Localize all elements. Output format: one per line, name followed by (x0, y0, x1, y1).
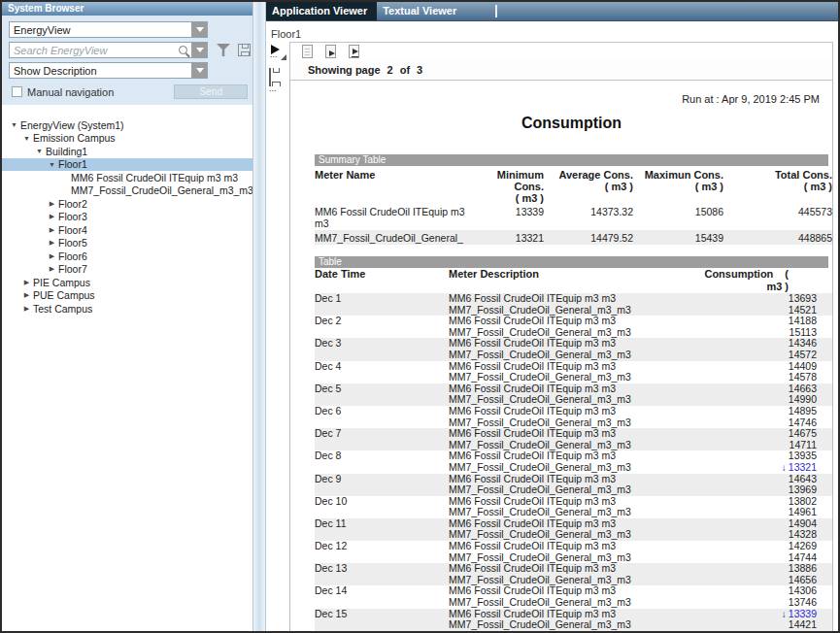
search-row (9, 42, 252, 58)
first-page-icon[interactable] (302, 45, 313, 58)
tree-item[interactable]: ▶ Floor3 (2, 211, 252, 224)
tree-expand-icon[interactable]: ▶ (46, 265, 58, 273)
viewer-panel: Application Viewer Textual Viewer Floor1… (266, 2, 838, 631)
tree-item-label: Floor3 (58, 211, 87, 222)
consumption-value: 14675 (789, 427, 817, 439)
table-row: MM7_Fossil_CrudeOil_General_m3_m3 ↓14578 (315, 372, 832, 383)
cell-date: Dec 8 (315, 450, 449, 462)
save-search-icon[interactable] (238, 44, 251, 56)
cell-meter-description: MM6 Fossil CrudeOil ITEquip m3 m3 (449, 406, 691, 417)
tab-separator (495, 5, 497, 17)
tree-item[interactable]: ▶ PIE Campus (2, 276, 252, 289)
filter-icon[interactable] (217, 44, 230, 56)
paging-label: Showing page (308, 64, 381, 76)
viewer-tab[interactable]: Application Viewer (266, 2, 377, 20)
tree-expand-icon[interactable]: ▼ (20, 135, 33, 142)
tree-item-label: Floor2 (58, 198, 87, 210)
tree-item-label: EnergyView (System1) (20, 119, 124, 131)
tree-expand-icon[interactable]: ▶ (46, 239, 58, 247)
paging-status: Showing page 2 of 3 (289, 60, 833, 81)
tree-item[interactable]: ▼ Building1 (2, 145, 252, 158)
tree-expand-icon[interactable]: ▼ (46, 161, 58, 168)
tree-item[interactable]: ▶ Floor2 (2, 197, 252, 211)
tree-expand-icon[interactable]: ▶ (20, 305, 33, 313)
tree-item[interactable]: ▶ Floor7 (2, 263, 252, 277)
search-icon[interactable] (179, 46, 187, 54)
consumption-value: 14744 (789, 551, 817, 563)
tree-expand-icon[interactable]: ▼ (33, 148, 46, 154)
tree-item[interactable]: ▶ Floor4 (2, 223, 252, 237)
cell-date: Dec 12 (315, 541, 449, 552)
chevron-down-icon[interactable] (191, 22, 207, 37)
consumption-value: 14409 (789, 360, 817, 372)
tree-expand-icon[interactable]: ▶ (20, 279, 33, 286)
cell-date: Dec 13 (315, 563, 449, 575)
tree-expand-icon[interactable]: ▶ (46, 226, 58, 234)
cell-date (315, 462, 449, 474)
tree-expand-icon[interactable]: ▼ (8, 121, 20, 128)
consumption-value: 14663 (789, 383, 817, 394)
cell-date: Dec 3 (315, 338, 449, 350)
send-button[interactable]: Send (174, 84, 248, 99)
cell-meter-description: MM6 Fossil CrudeOil ITEquip m3 m3 (449, 293, 691, 305)
panel-splitter[interactable] (252, 2, 266, 631)
tree-item[interactable]: MM6 Fossil CrudeOil ITEquip m3 m3 (2, 171, 252, 184)
system-browser-title: System Browser (2, 2, 252, 16)
minimum-marker-icon: ↓ (782, 462, 789, 473)
tree-item-label: Building1 (46, 146, 87, 157)
next-page-icon[interactable] (325, 45, 336, 58)
window: System Browser EnergyView Show Descripti… (0, 0, 840, 633)
cell-date: Dec 6 (315, 406, 449, 417)
search-input[interactable] (10, 43, 179, 57)
tree-item[interactable]: ▶ Floor6 (2, 250, 252, 263)
summary-row: MM7_Fossil_CrudeOil_General_ 13321 14479… (315, 230, 832, 245)
cell-date (315, 484, 449, 496)
table-col-consumption: Consumption( m3 ) (691, 268, 832, 293)
cell-date: Dec 4 (315, 361, 449, 373)
search-box (9, 42, 208, 58)
consumption-value: 13886 (789, 562, 817, 574)
viewer-tab[interactable]: Textual Viewer (377, 2, 486, 20)
table-row: Dec 6 MM6 Fossil CrudeOil ITEquip m3 m3 … (315, 406, 832, 417)
consumption-value: 14421 (789, 618, 817, 630)
tree-item[interactable]: ▼ Floor1 (2, 158, 252, 172)
consumption-value: 14711 (790, 439, 817, 450)
tree-item[interactable]: ▶ PUE Campus (2, 289, 252, 303)
search-chevron-down-icon[interactable] (191, 43, 207, 57)
tree-item[interactable]: ▶ Test Campus (2, 302, 252, 316)
tree-expand-icon[interactable]: ▶ (46, 200, 58, 208)
tree-item-label: Floor5 (58, 237, 87, 249)
minimum-marker-icon: ↓ (782, 609, 789, 619)
summary-max-value: 15086 (633, 204, 723, 230)
consumption-value: 13935 (789, 450, 817, 461)
chevron-down-icon[interactable] (191, 63, 207, 78)
summary-min-value: 13321 (480, 230, 544, 245)
paging-of: of (400, 64, 410, 76)
table-row: Dec 12 MM6 Fossil CrudeOil ITEquip m3 m3… (315, 541, 832, 552)
cell-meter-description: MM7_Fossil_CrudeOil_General_m3_m3 (449, 462, 691, 474)
save-report-button[interactable]: ... (269, 69, 285, 86)
tree-item[interactable]: ▶ Floor5 (2, 237, 252, 250)
tree-expand-icon[interactable]: ▶ (46, 252, 58, 260)
tree-expand-icon[interactable]: ▶ (20, 291, 33, 299)
tree-item[interactable]: ▼ Emission Campus (2, 132, 252, 146)
report-title: Consumption (315, 115, 828, 132)
summary-row: MM6 Fossil CrudeOil ITEquip m3 m3 13339 … (315, 204, 832, 230)
consumption-value: 14656 (789, 574, 817, 585)
last-page-icon[interactable] (349, 45, 359, 58)
manual-navigation-checkbox[interactable] (12, 86, 22, 97)
view-selector[interactable]: EnergyView (9, 21, 208, 38)
viewer-tab-label: Textual Viewer (383, 5, 456, 17)
summary-section-header: Summary Table (315, 154, 828, 166)
consumption-table: Date Time Meter Description Consumption(… (315, 268, 832, 631)
tree-expand-icon[interactable]: ▶ (46, 213, 58, 220)
report-toolbar (289, 42, 833, 61)
cell-date: Dec 15 (315, 609, 449, 620)
tree-item[interactable]: MM7_Fossil_CrudeOil_General_m3_m3 (2, 184, 252, 198)
tree-item[interactable]: ▼ EnergyView (System1) (2, 118, 252, 132)
description-selector[interactable]: Show Description (9, 62, 208, 79)
cell-date: Dec 10 (315, 496, 449, 508)
consumption-value: 14895 (789, 405, 817, 416)
run-report-button[interactable]: ... (269, 45, 286, 62)
tree-item-label: Floor7 (58, 263, 87, 275)
